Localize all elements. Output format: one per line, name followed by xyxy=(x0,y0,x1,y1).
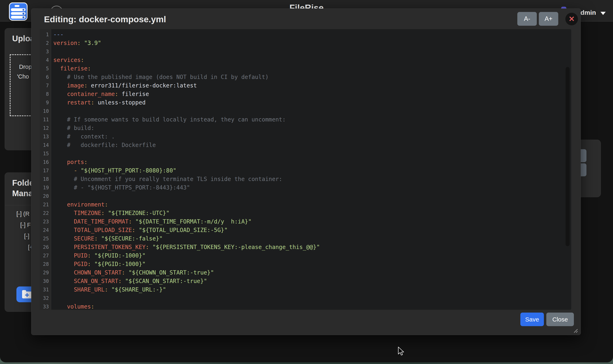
line-number: 30 xyxy=(40,277,51,286)
line-number: 12 xyxy=(40,124,51,132)
desktop-wallpaper: FileRise admin Upload Drop 'Cho Folder M… xyxy=(0,0,613,364)
font-increase-button[interactable]: A+ xyxy=(539,12,558,26)
code-line[interactable]: TOTAL_UPLOAD_SIZE: "${TOTAL_UPLOAD_SIZE:… xyxy=(53,226,565,234)
line-number: 14 xyxy=(40,141,51,149)
code-line[interactable]: services: xyxy=(53,56,565,64)
code-line[interactable]: version: "3.9" xyxy=(53,39,565,47)
line-number: 4 xyxy=(40,56,51,64)
line-number: 16 xyxy=(40,158,51,166)
chevron-down-icon[interactable] xyxy=(600,12,606,15)
code-line[interactable]: container_name: filerise xyxy=(53,90,565,98)
line-number: 27 xyxy=(40,251,51,260)
line-number: 6 xyxy=(40,73,51,81)
code-line[interactable]: SCAN_ON_START: "${SCAN_ON_START:-true}" xyxy=(53,277,565,286)
code-line[interactable]: filerise: xyxy=(53,64,565,73)
dropzone-text: Drop xyxy=(19,64,32,70)
code-area[interactable]: ---version: "3.9"services: filerise: # U… xyxy=(53,30,565,310)
code-line[interactable]: # Uncomment if you really terminate TLS … xyxy=(53,175,565,183)
code-line[interactable] xyxy=(53,192,565,200)
code-line[interactable]: # If someone wants to build locally inst… xyxy=(53,115,565,124)
code-line[interactable]: PERSISTENT_TOKENS_KEY: "${PERSISTENT_TOK… xyxy=(53,243,565,251)
font-decrease-button[interactable]: A- xyxy=(517,12,537,26)
editor-modal-title: Editing: docker-compose.yml xyxy=(44,14,166,24)
folder-plus-icon xyxy=(22,292,32,299)
code-line[interactable] xyxy=(53,47,565,56)
logo-drive-bar xyxy=(11,16,26,19)
filerise-logo-icon xyxy=(9,2,28,21)
code-line[interactable]: SHARE_URL: "${SHARE_URL:-}" xyxy=(53,286,565,294)
line-number: 15 xyxy=(40,149,51,158)
code-line[interactable] xyxy=(53,107,565,115)
code-line[interactable]: DATE_TIME_FORMAT: "${DATE_TIME_FORMAT:-m… xyxy=(53,217,565,226)
code-line[interactable]: image: error311/filerise-docker:latest xyxy=(53,81,565,90)
code-line[interactable]: TIMEZONE: "${TIMEZONE:-UTC}" xyxy=(53,209,565,217)
code-line[interactable]: environment: xyxy=(53,200,565,209)
line-number: 25 xyxy=(40,234,51,243)
line-number: 26 xyxy=(40,243,51,251)
line-number: 13 xyxy=(40,132,51,141)
line-number: 18 xyxy=(40,175,51,183)
line-number: 1 xyxy=(40,30,51,39)
code-line[interactable]: # context: . xyxy=(53,132,565,141)
resize-handle[interactable] xyxy=(572,327,578,333)
line-number: 5 xyxy=(40,64,51,73)
line-number: 23 xyxy=(40,217,51,226)
code-line[interactable]: # dockerfile: Dockerfile xyxy=(53,141,565,149)
code-line[interactable]: CHOWN_ON_START: "${CHOWN_ON_START:-true}… xyxy=(53,268,565,277)
line-number: 7 xyxy=(40,81,51,90)
line-number: 17 xyxy=(40,166,51,175)
line-number: 31 xyxy=(40,286,51,294)
line-number: 22 xyxy=(40,209,51,217)
code-line[interactable]: --- xyxy=(53,30,565,39)
line-number: 33 xyxy=(40,302,51,310)
line-number: 20 xyxy=(40,192,51,200)
code-line[interactable]: ports: xyxy=(53,158,565,166)
line-number: 2 xyxy=(40,39,51,47)
line-number: 8 xyxy=(40,90,51,98)
line-number: 32 xyxy=(40,294,51,302)
line-number: 3 xyxy=(40,47,51,56)
code-line[interactable]: PGID: "${PGID:-1000}" xyxy=(53,260,565,268)
line-number: 11 xyxy=(40,115,51,124)
logo-top-slot xyxy=(11,4,26,7)
filerise-app-window: FileRise admin Upload Drop 'Cho Folder M… xyxy=(0,0,613,362)
code-line[interactable]: # build: xyxy=(53,124,565,132)
line-number: 29 xyxy=(40,268,51,277)
dropzone-text: 'Cho xyxy=(17,73,29,80)
line-number: 28 xyxy=(40,260,51,268)
line-number: 19 xyxy=(40,183,51,192)
code-line[interactable]: - "${HOST_HTTP_PORT:-8080}:80" xyxy=(53,166,565,175)
line-number: 24 xyxy=(40,226,51,234)
close-icon[interactable]: ✕ xyxy=(565,13,578,25)
code-line[interactable]: PUID: "${PUID:-1000}" xyxy=(53,251,565,260)
code-line[interactable] xyxy=(53,149,565,158)
editor-scrollbar-thumb[interactable] xyxy=(566,67,570,246)
close-button[interactable]: Close xyxy=(546,312,574,326)
code-editor[interactable]: 1234567891011121314151617181920212223242… xyxy=(40,29,571,310)
mouse-cursor xyxy=(398,347,404,356)
line-number: 10 xyxy=(40,107,51,115)
code-line[interactable]: volumes: xyxy=(53,302,565,310)
logo-drive-bar xyxy=(11,12,26,15)
code-line[interactable]: # - "${HOST_HTTPS_PORT:-8443}:443" xyxy=(53,183,565,192)
file-editor-modal: Editing: docker-compose.yml A- A+ ✕ 1234… xyxy=(31,9,581,335)
code-line[interactable]: # Use the published image (does NOT buil… xyxy=(53,73,565,81)
code-line[interactable]: restart: unless-stopped xyxy=(53,98,565,107)
save-button[interactable]: Save xyxy=(520,312,544,326)
code-line[interactable] xyxy=(53,294,565,302)
logo-drive-bar xyxy=(11,8,26,11)
line-number: 9 xyxy=(40,98,51,107)
line-number-gutter: 1234567891011121314151617181920212223242… xyxy=(40,29,51,310)
line-number: 21 xyxy=(40,200,51,209)
code-line[interactable]: SECURE: "${SECURE:-false}" xyxy=(53,234,565,243)
